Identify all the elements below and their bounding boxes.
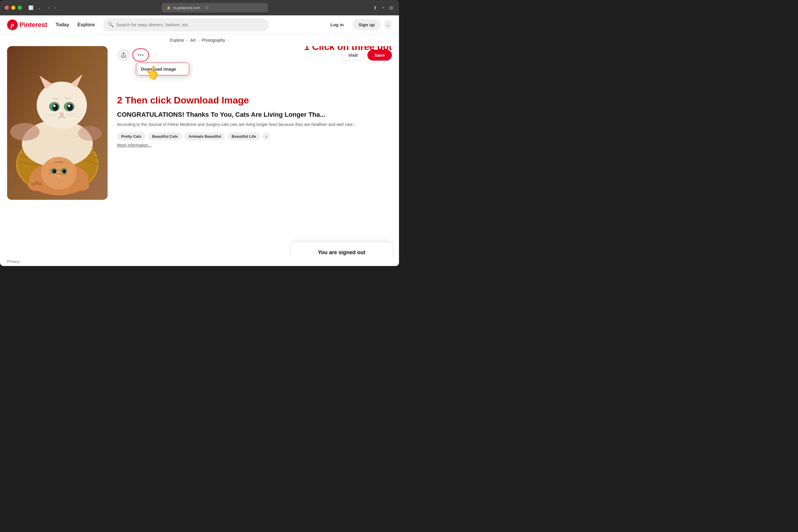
- breadcrumb-explore[interactable]: Explore: [170, 38, 184, 42]
- breadcrumb-sep-1: ›: [187, 38, 188, 42]
- dot-2: [140, 54, 141, 56]
- url-text: in.pinterest.com: [173, 6, 201, 10]
- pin-title: CONGRATULATIONS! Thanks To You, Cats Are…: [117, 111, 392, 119]
- pinterest-logo[interactable]: p Pinterest: [7, 19, 47, 30]
- nav-today[interactable]: Today: [52, 20, 73, 30]
- svg-point-32: [39, 182, 42, 186]
- svg-point-14: [53, 104, 56, 107]
- signed-out-title: You are signed out: [299, 249, 385, 256]
- breadcrumb-art[interactable]: Art: [190, 38, 196, 42]
- header-nav: Today Explore: [52, 20, 98, 30]
- grid-view-icon[interactable]: ⊞: [388, 4, 394, 12]
- minimize-button[interactable]: [11, 6, 15, 10]
- lock-icon: 🔒: [166, 6, 171, 10]
- title-bar: ⬜ ⌄ ‹ › 🔒 in.pinterest.com ↻ ⬆ + ⊞: [0, 0, 399, 15]
- tag-more-button[interactable]: ›: [263, 132, 269, 140]
- breadcrumb: Explore › Art › Photography ›: [0, 34, 399, 46]
- search-input[interactable]: [116, 22, 264, 27]
- svg-point-12: [52, 104, 58, 111]
- title-bar-controls: ⬜ ⌄: [27, 4, 42, 11]
- pinterest-header: p Pinterest Today Explore 🔍 Log in Sign …: [0, 15, 399, 34]
- search-icon: 🔍: [108, 22, 114, 27]
- reload-button[interactable]: ↻: [205, 5, 209, 10]
- dot-1: [138, 54, 139, 56]
- pin-description: According to the Journal of Feline Medic…: [117, 121, 392, 128]
- svg-point-30: [31, 183, 35, 186]
- header-right: Log in Sign up ⌄: [324, 19, 392, 30]
- nav-explore[interactable]: Explore: [74, 20, 98, 30]
- svg-point-31: [35, 181, 39, 185]
- page-content: p Pinterest Today Explore 🔍 Log in Sign …: [0, 15, 399, 266]
- share-icon[interactable]: ⬆: [372, 4, 378, 12]
- svg-point-5: [37, 81, 87, 129]
- svg-point-27: [57, 175, 61, 177]
- dot-3: [142, 54, 143, 56]
- svg-point-34: [78, 126, 102, 141]
- nav-buttons: ‹ ›: [46, 4, 58, 12]
- search-bar[interactable]: 🔍: [103, 18, 269, 31]
- address-bar-container: 🔒 in.pinterest.com ↻: [61, 3, 369, 13]
- signup-button[interactable]: Sign up: [353, 19, 381, 30]
- traffic-lights: [5, 6, 22, 10]
- new-tab-icon[interactable]: +: [381, 4, 386, 12]
- pin-right-panel: 1 Click on three dot: [117, 46, 392, 257]
- svg-point-13: [67, 104, 73, 111]
- svg-point-16: [59, 113, 64, 116]
- login-button[interactable]: Log in: [324, 19, 350, 30]
- breadcrumb-sep-2: ›: [198, 38, 200, 42]
- breadcrumb-photography[interactable]: Photography: [202, 38, 225, 42]
- download-image-item[interactable]: Download image: [136, 63, 189, 75]
- annotation-2: 2 Then click Download Image: [117, 95, 392, 106]
- forward-button[interactable]: ›: [53, 4, 58, 12]
- tag-beautiful-life[interactable]: Beautiful Life: [228, 132, 260, 140]
- close-button[interactable]: [5, 6, 9, 10]
- annotation-1: 1 Click on three dot: [304, 46, 392, 52]
- svg-point-25: [53, 169, 56, 173]
- title-bar-right: ⬆ + ⊞: [372, 4, 394, 12]
- dropdown-menu: Download image: [136, 63, 189, 75]
- tag-beautiful-cats[interactable]: Beautiful Cats: [148, 132, 182, 140]
- pin-image-section: [7, 46, 108, 257]
- privacy-footer: Privacy: [0, 257, 399, 266]
- tag-animals-beautiful[interactable]: Animals Beautiful: [185, 132, 225, 140]
- more-info-link[interactable]: More information...: [117, 143, 392, 148]
- address-bar[interactable]: 🔒 in.pinterest.com ↻: [162, 3, 268, 13]
- chevron-down-icon[interactable]: ⌄: [36, 4, 42, 11]
- share-button[interactable]: [117, 49, 130, 61]
- pinterest-logo-icon: p: [7, 19, 18, 30]
- pin-image: [7, 46, 108, 200]
- maximize-button[interactable]: [18, 6, 22, 10]
- pinterest-logo-text: Pinterest: [19, 21, 47, 28]
- breadcrumb-sep-3: ›: [228, 38, 229, 42]
- privacy-link[interactable]: Privacy: [7, 259, 20, 264]
- pin-layout: 1 Click on three dot: [0, 46, 399, 257]
- sidebar-toggle-icon[interactable]: ⬜: [27, 4, 35, 11]
- tag-pretty-cats[interactable]: Pretty Cats: [117, 132, 146, 140]
- pin-image-wrapper: [7, 46, 108, 200]
- browser-window: ⬜ ⌄ ‹ › 🔒 in.pinterest.com ↻ ⬆ + ⊞ p: [0, 0, 399, 266]
- three-dot-button[interactable]: [132, 49, 149, 61]
- tags-row: Pretty Cats Beautiful Cats Animals Beaut…: [117, 132, 392, 140]
- svg-point-26: [63, 169, 66, 173]
- svg-point-33: [10, 123, 40, 141]
- share-icon: [121, 52, 126, 58]
- svg-point-15: [68, 104, 70, 107]
- header-dropdown-button[interactable]: ⌄: [384, 20, 392, 30]
- main-content: Explore › Art › Photography ›: [0, 34, 399, 266]
- back-button[interactable]: ‹: [46, 4, 52, 12]
- svg-point-29: [73, 180, 89, 191]
- signed-out-card: You are signed out: [291, 242, 392, 257]
